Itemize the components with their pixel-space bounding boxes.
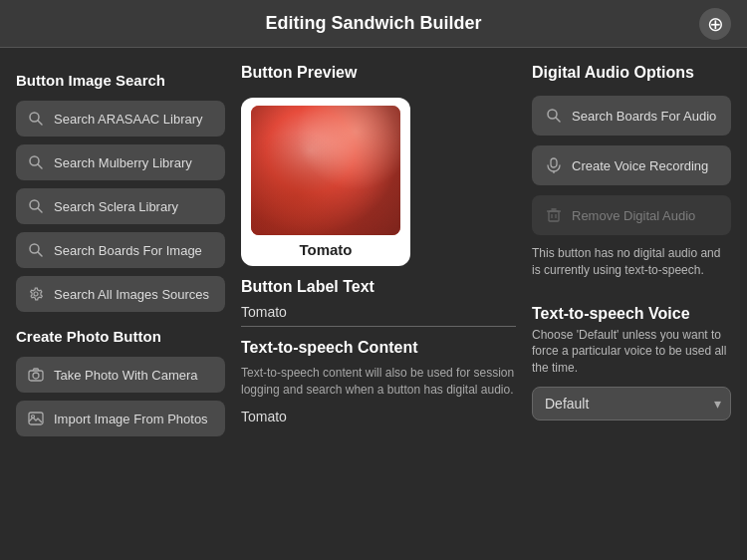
search-mulberry-label: Search Mulberry Library — [54, 155, 192, 170]
search-sclera-button[interactable]: Search Sclera Library — [16, 188, 225, 224]
label-text-section: Button Label Text Tomato — [241, 278, 516, 327]
search-all-images-button[interactable]: Search All Images Sources — [16, 276, 225, 312]
import-photo-label: Import Image From Photos — [54, 412, 208, 426]
svg-line-7 — [38, 252, 42, 256]
search-all-images-label: Search All Images Sources — [54, 287, 209, 302]
photo-icon — [26, 409, 46, 428]
take-photo-label: Take Photo With Camera — [54, 368, 198, 383]
voice-select-wrap: Default Voice 1 Voice 2 Voice 3 ▾ — [532, 387, 731, 420]
search-icon — [26, 240, 46, 260]
search-boards-image-button[interactable]: Search Boards For Image — [16, 232, 225, 268]
header: Editing Sandwich Builder ⊕ — [0, 0, 747, 48]
tts-voice-description: Choose 'Default' unless you want to forc… — [532, 327, 731, 377]
import-photo-button[interactable]: Import Image From Photos — [16, 401, 225, 436]
tts-section: Text-to-speech Content Text-to-speech co… — [241, 339, 516, 424]
create-recording-button[interactable]: Create Voice Recording — [532, 145, 731, 185]
create-photo-title: Create Photo Button — [16, 328, 225, 345]
svg-rect-16 — [549, 211, 559, 221]
search-boards-image-label: Search Boards For Image — [54, 243, 202, 258]
search-arasaac-label: Search ARASAAC Library — [54, 112, 203, 127]
camera-icon — [26, 365, 46, 385]
search-mulberry-button[interactable]: Search Mulberry Library — [16, 144, 225, 180]
search-icon — [26, 109, 46, 129]
trash-icon — [544, 205, 564, 225]
svg-line-13 — [556, 118, 560, 122]
svg-point-9 — [33, 373, 39, 379]
audio-title: Digital Audio Options — [532, 64, 731, 82]
tts-voice-section: Text-to-speech Voice Choose 'Default' un… — [532, 305, 731, 420]
label-text-value: Tomato — [241, 304, 516, 327]
page-title: Editing Sandwich Builder — [265, 13, 481, 34]
tts-voice-title: Text-to-speech Voice — [532, 305, 731, 323]
mic-icon — [544, 155, 564, 175]
svg-line-5 — [38, 208, 42, 212]
voice-select[interactable]: Default Voice 1 Voice 2 Voice 3 — [532, 387, 731, 420]
tts-title: Text-to-speech Content — [241, 339, 516, 357]
audio-note: This button has no digital audio and is … — [532, 245, 731, 279]
middle-panel: Button Preview Tomato Button Label Text … — [241, 64, 516, 544]
remove-audio-label: Remove Digital Audio — [572, 208, 695, 223]
search-icon — [26, 196, 46, 216]
plus-icon: ⊕ — [707, 12, 724, 36]
image-search-title: Button Image Search — [16, 72, 225, 89]
search-boards-audio-button[interactable]: Search Boards For Audio — [532, 96, 731, 136]
create-recording-label: Create Voice Recording — [572, 158, 708, 173]
search-sclera-label: Search Sclera Library — [54, 199, 178, 214]
main-layout: Button Image Search Search ARASAAC Libra… — [0, 48, 747, 560]
settings-icon — [26, 284, 46, 304]
remove-audio-button[interactable]: Remove Digital Audio — [532, 195, 731, 235]
preview-image — [251, 106, 400, 235]
tomato-image — [251, 106, 400, 235]
search-icon — [26, 152, 46, 172]
tts-value: Tomato — [241, 409, 516, 424]
svg-rect-14 — [551, 158, 557, 167]
button-preview: Tomato — [241, 98, 410, 266]
preview-label: Tomato — [299, 241, 352, 258]
svg-line-3 — [38, 164, 42, 168]
preview-title: Button Preview — [241, 64, 516, 82]
search-icon — [544, 106, 564, 126]
search-boards-audio-label: Search Boards For Audio — [572, 109, 716, 124]
add-button[interactable]: ⊕ — [699, 8, 731, 40]
label-text-title: Button Label Text — [241, 278, 516, 296]
tts-description: Text-to-speech content will also be used… — [241, 365, 516, 399]
search-arasaac-button[interactable]: Search ARASAAC Library — [16, 101, 225, 137]
right-panel: Digital Audio Options Search Boards For … — [532, 64, 731, 544]
left-panel: Button Image Search Search ARASAAC Libra… — [16, 64, 225, 544]
svg-line-1 — [38, 121, 42, 125]
take-photo-button[interactable]: Take Photo With Camera — [16, 357, 225, 393]
